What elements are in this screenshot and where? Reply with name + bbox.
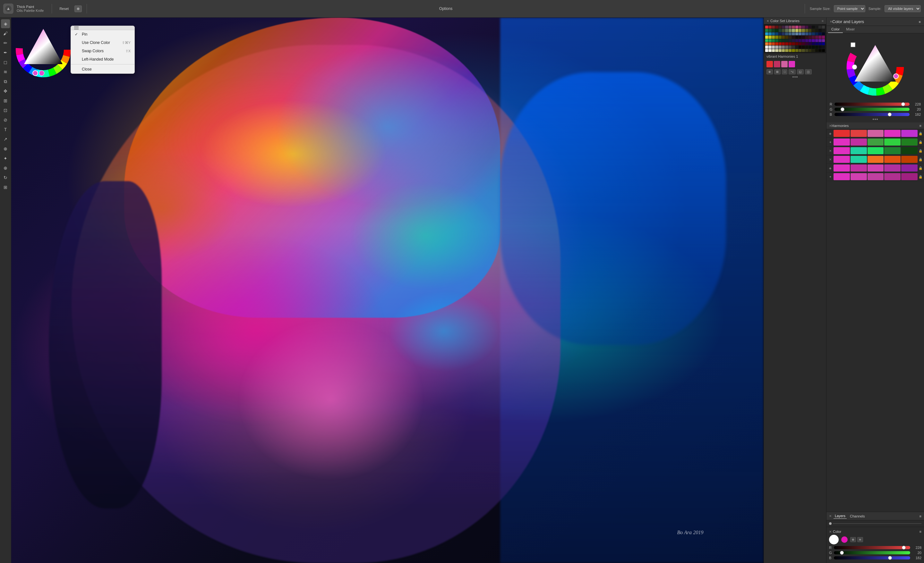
menu-item-pin[interactable]: ✓ Pin (71, 30, 134, 39)
brush-name: Thick Paint (16, 5, 44, 9)
left-tool-panel: ◈ 🖌 ✏ ✒ ◻ ≋ ⧉ ✥ ⊞ ⊡ ⊘ T ↗ ⊕ ✦ ⊕ ↻ ⊞ (0, 18, 11, 282)
menu-item-close[interactable]: Close (71, 65, 134, 73)
tool-eyedropper[interactable]: ⊘ (1, 115, 10, 124)
tool-grid[interactable]: ⊞ (1, 183, 10, 192)
tool-shape[interactable]: ↗ (1, 135, 10, 144)
color-wheel-svg[interactable] (13, 19, 74, 80)
tool-select[interactable]: ◈ (1, 19, 10, 28)
tool-crop[interactable]: ⊡ (1, 106, 10, 115)
tool-clone[interactable]: ⊕ (1, 144, 10, 153)
reset-button[interactable]: Reset (57, 6, 71, 12)
tool-move[interactable]: ✥ (1, 87, 10, 96)
tool-brush[interactable]: 🖌 (1, 29, 10, 38)
tool-eraser[interactable]: ◻ (1, 58, 10, 67)
app-icon (3, 3, 14, 14)
tool-zoom[interactable]: ⊕ (1, 163, 10, 172)
tool-rotate[interactable]: ↻ (1, 173, 10, 182)
clone-icon: ⊕ (76, 7, 80, 11)
menu-header (71, 26, 134, 30)
tool-fill[interactable]: ⧉ (1, 77, 10, 86)
background-color[interactable] (39, 70, 44, 76)
tool-heal[interactable]: ✦ (1, 154, 10, 163)
brush-sub: Oils Palette Knife (16, 9, 44, 12)
menu-item-use-clone[interactable]: Use Clone Color ⇧⌘Y (71, 39, 134, 47)
menu-item-left-hand[interactable]: Left-Handed Mode (71, 55, 134, 63)
floating-color-wheel[interactable] (13, 19, 74, 81)
menu-item-swap[interactable]: Swap Colors ⇧X (71, 47, 134, 55)
tool-smudge[interactable]: ≋ (1, 67, 10, 76)
top-toolbar: Thick Paint Oils Palette Knife Reset ⊕ O… (0, 0, 462, 18)
menu-header-icon (74, 28, 79, 28)
clone-icon-button[interactable]: ⊕ (74, 6, 82, 12)
toolbar-separator-2 (87, 4, 87, 13)
paint-blob-7 (350, 181, 462, 282)
tool-transform[interactable]: ⊞ (1, 96, 10, 105)
tool-text[interactable]: T (1, 125, 10, 134)
toolbar-separator-1 (52, 4, 52, 13)
menu-separator (71, 64, 134, 64)
tool-pen[interactable]: ✒ (1, 48, 10, 57)
context-menu: ✓ Pin Use Clone Color ⇧⌘Y Swap Colors ⇧X… (70, 25, 135, 74)
options-label: Options (92, 6, 462, 11)
tool-pencil[interactable]: ✏ (1, 39, 10, 48)
pin-check: ✓ (75, 32, 79, 37)
foreground-color[interactable] (33, 70, 38, 76)
brush-info: Thick Paint Oils Palette Knife (16, 5, 44, 12)
